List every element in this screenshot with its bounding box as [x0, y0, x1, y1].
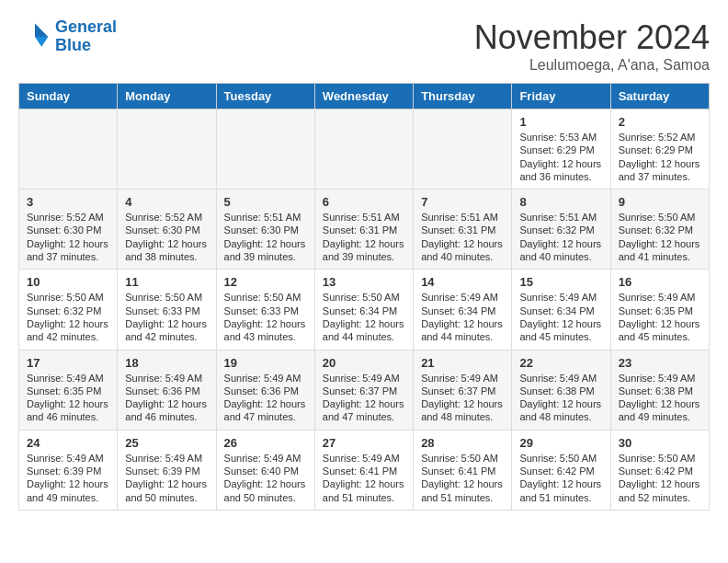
- day-info: Sunset: 6:32 PM: [27, 304, 109, 317]
- day-info: Daylight: 12 hours and 51 minutes.: [519, 477, 602, 504]
- day-number: 27: [323, 436, 405, 450]
- day-info: Daylight: 12 hours and 44 minutes.: [421, 317, 504, 344]
- day-info: Sunrise: 5:50 AM: [323, 291, 405, 304]
- day-number: 24: [27, 436, 109, 450]
- day-info: Daylight: 12 hours and 49 minutes.: [27, 477, 109, 504]
- calendar-cell: 29Sunrise: 5:50 AMSunset: 6:42 PMDayligh…: [512, 430, 610, 510]
- title-area: November 2024 Leulumoega, A'ana, Samoa: [474, 18, 710, 74]
- day-info: Sunset: 6:32 PM: [619, 224, 701, 236]
- day-number: 9: [619, 195, 701, 209]
- day-info: Sunrise: 5:51 AM: [421, 211, 504, 224]
- day-number: 16: [619, 275, 701, 289]
- day-info: Daylight: 12 hours and 49 minutes.: [619, 397, 701, 424]
- day-info: Sunrise: 5:49 AM: [323, 452, 405, 465]
- day-number: 26: [224, 436, 307, 450]
- header-thursday: Thursday: [414, 84, 512, 109]
- day-info: Sunset: 6:40 PM: [224, 465, 307, 477]
- day-info: Daylight: 12 hours and 36 minutes.: [519, 157, 602, 184]
- day-info: Sunset: 6:34 PM: [323, 304, 405, 317]
- calendar-cell: 16Sunrise: 5:49 AMSunset: 6:35 PMDayligh…: [610, 270, 709, 350]
- day-number: 2: [619, 115, 701, 129]
- day-info: Daylight: 12 hours and 40 minutes.: [519, 237, 602, 264]
- day-info: Daylight: 12 hours and 41 minutes.: [619, 237, 701, 264]
- calendar-cell: 2Sunrise: 5:52 AMSunset: 6:29 PMDaylight…: [610, 109, 709, 190]
- calendar-cell: 5Sunrise: 5:51 AMSunset: 6:30 PMDaylight…: [216, 190, 314, 270]
- calendar-cell: 24Sunrise: 5:49 AMSunset: 6:39 PMDayligh…: [19, 430, 118, 510]
- month-title: November 2024: [474, 18, 710, 57]
- day-number: 30: [619, 436, 701, 450]
- day-info: Daylight: 12 hours and 39 minutes.: [323, 237, 405, 264]
- header-wednesday: Wednesday: [314, 84, 413, 109]
- calendar-cell: 19Sunrise: 5:49 AMSunset: 6:36 PMDayligh…: [216, 350, 314, 430]
- day-info: Sunrise: 5:49 AM: [323, 372, 405, 385]
- day-number: 6: [323, 195, 405, 209]
- calendar-cell: 7Sunrise: 5:51 AMSunset: 6:31 PMDaylight…: [414, 190, 512, 270]
- day-info: Sunrise: 5:50 AM: [27, 291, 109, 304]
- day-info: Sunrise: 5:50 AM: [125, 291, 208, 304]
- calendar-cell: 21Sunrise: 5:49 AMSunset: 6:37 PMDayligh…: [414, 350, 512, 430]
- calendar-cell: 17Sunrise: 5:49 AMSunset: 6:35 PMDayligh…: [19, 350, 118, 430]
- calendar-cell: 6Sunrise: 5:51 AMSunset: 6:31 PMDaylight…: [314, 190, 413, 270]
- day-number: 18: [125, 356, 208, 370]
- day-info: Daylight: 12 hours and 50 minutes.: [224, 477, 307, 504]
- day-info: Daylight: 12 hours and 44 minutes.: [323, 317, 405, 344]
- calendar-cell: 3Sunrise: 5:52 AMSunset: 6:30 PMDaylight…: [19, 190, 118, 270]
- calendar-cell: 23Sunrise: 5:49 AMSunset: 6:38 PMDayligh…: [610, 350, 709, 430]
- calendar-cell: [216, 109, 314, 190]
- day-info: Sunrise: 5:49 AM: [619, 372, 701, 385]
- day-info: Sunset: 6:42 PM: [619, 465, 701, 477]
- day-number: 14: [421, 275, 504, 289]
- header-friday: Friday: [512, 84, 610, 109]
- day-info: Sunrise: 5:53 AM: [519, 131, 602, 144]
- day-info: Daylight: 12 hours and 46 minutes.: [27, 397, 109, 424]
- day-info: Sunrise: 5:51 AM: [224, 211, 307, 224]
- day-info: Daylight: 12 hours and 51 minutes.: [421, 477, 504, 504]
- day-info: Sunset: 6:38 PM: [619, 385, 701, 397]
- day-info: Daylight: 12 hours and 45 minutes.: [619, 317, 701, 344]
- day-info: Sunset: 6:31 PM: [421, 224, 504, 236]
- day-number: 3: [27, 195, 109, 209]
- day-number: 7: [421, 195, 504, 209]
- day-number: 29: [519, 436, 602, 450]
- day-info: Daylight: 12 hours and 43 minutes.: [224, 317, 307, 344]
- day-info: Daylight: 12 hours and 40 minutes.: [421, 237, 504, 264]
- calendar-cell: 15Sunrise: 5:49 AMSunset: 6:34 PMDayligh…: [512, 270, 610, 350]
- svg-marker-1: [35, 37, 48, 47]
- day-info: Sunset: 6:32 PM: [519, 224, 602, 236]
- day-info: Sunset: 6:35 PM: [619, 304, 701, 317]
- calendar-cell: 11Sunrise: 5:50 AMSunset: 6:33 PMDayligh…: [118, 270, 216, 350]
- calendar-cell: 28Sunrise: 5:50 AMSunset: 6:41 PMDayligh…: [414, 430, 512, 510]
- day-info: Daylight: 12 hours and 51 minutes.: [323, 477, 405, 504]
- calendar-header-row: SundayMondayTuesdayWednesdayThursdayFrid…: [19, 84, 710, 109]
- day-info: Sunset: 6:41 PM: [421, 465, 504, 477]
- day-number: 5: [224, 195, 307, 209]
- day-info: Sunrise: 5:49 AM: [27, 452, 109, 465]
- day-number: 15: [519, 275, 602, 289]
- header-saturday: Saturday: [610, 84, 709, 109]
- calendar-cell: [314, 109, 413, 190]
- calendar-cell: 14Sunrise: 5:49 AMSunset: 6:34 PMDayligh…: [414, 270, 512, 350]
- header-sunday: Sunday: [19, 84, 118, 109]
- calendar-cell: [19, 109, 118, 190]
- day-info: Sunrise: 5:50 AM: [619, 452, 701, 465]
- logo-text: General Blue: [55, 18, 117, 55]
- day-info: Sunset: 6:39 PM: [125, 465, 208, 477]
- day-info: Sunset: 6:37 PM: [323, 385, 405, 397]
- day-number: 22: [519, 356, 602, 370]
- header-monday: Monday: [118, 84, 216, 109]
- day-info: Daylight: 12 hours and 45 minutes.: [519, 317, 602, 344]
- header: General Blue November 2024 Leulumoega, A…: [18, 18, 710, 74]
- day-info: Daylight: 12 hours and 48 minutes.: [421, 397, 504, 424]
- day-info: Sunset: 6:41 PM: [323, 465, 405, 477]
- day-number: 21: [421, 356, 504, 370]
- day-info: Sunrise: 5:50 AM: [224, 291, 307, 304]
- day-info: Sunset: 6:36 PM: [125, 385, 208, 397]
- day-info: Daylight: 12 hours and 48 minutes.: [519, 397, 602, 424]
- calendar-cell: 26Sunrise: 5:49 AMSunset: 6:40 PMDayligh…: [216, 430, 314, 510]
- logo: General Blue: [18, 18, 117, 55]
- day-info: Daylight: 12 hours and 46 minutes.: [125, 397, 208, 424]
- day-info: Sunset: 6:35 PM: [27, 385, 109, 397]
- calendar-cell: 20Sunrise: 5:49 AMSunset: 6:37 PMDayligh…: [314, 350, 413, 430]
- calendar-cell: 4Sunrise: 5:52 AMSunset: 6:30 PMDaylight…: [118, 190, 216, 270]
- calendar-cell: 13Sunrise: 5:50 AMSunset: 6:34 PMDayligh…: [314, 270, 413, 350]
